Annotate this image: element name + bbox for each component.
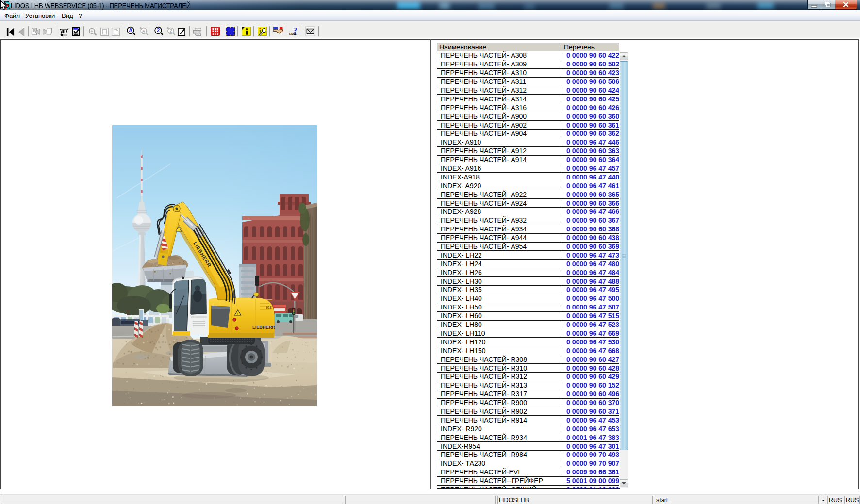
- svg-text:2: 2: [157, 27, 160, 33]
- svg-text:A: A: [129, 27, 132, 33]
- svg-text:2: 2: [169, 28, 172, 33]
- svg-text:A: A: [142, 28, 146, 33]
- svg-text:LIDOS: LIDOS: [289, 33, 297, 35]
